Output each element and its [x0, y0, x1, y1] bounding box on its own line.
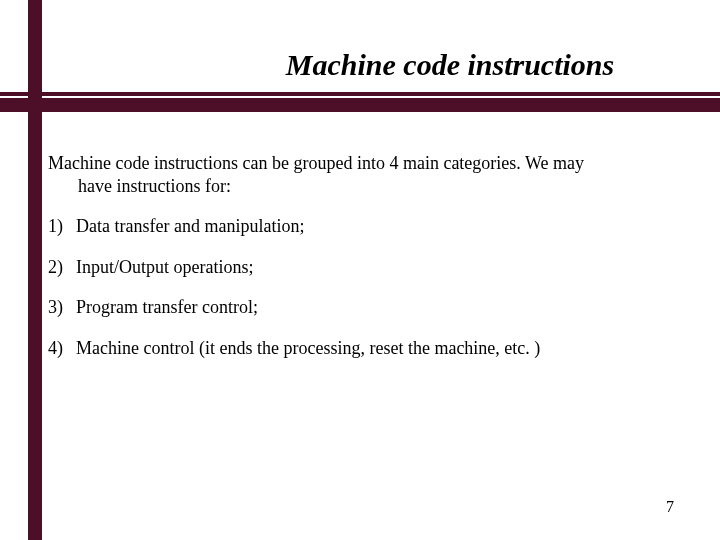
slide: Machine code instructions Machine code i…: [0, 0, 720, 540]
list-item: 3) Program transfer control;: [48, 296, 672, 319]
list-item-text: Input/Output operations;: [76, 256, 253, 279]
list-item-text: Program transfer control;: [76, 296, 258, 319]
intro-line-2: have instructions for:: [48, 175, 672, 198]
list-item: 2) Input/Output operations;: [48, 256, 672, 279]
list-item-number: 3): [48, 296, 76, 319]
category-list: 1) Data transfer and manipulation; 2) In…: [48, 215, 672, 359]
list-item-number: 4): [48, 337, 76, 360]
list-item-number: 2): [48, 256, 76, 279]
slide-body: Machine code instructions can be grouped…: [48, 152, 672, 377]
slide-title: Machine code instructions: [0, 48, 720, 82]
intro-paragraph: Machine code instructions can be grouped…: [48, 152, 672, 197]
list-item-text: Machine control (it ends the processing,…: [76, 337, 540, 360]
horizontal-accent-bar-thin: [0, 92, 720, 96]
page-number: 7: [666, 498, 674, 516]
intro-line-1: Machine code instructions can be grouped…: [48, 153, 584, 173]
list-item-number: 1): [48, 215, 76, 238]
list-item-text: Data transfer and manipulation;: [76, 215, 304, 238]
list-item: 4) Machine control (it ends the processi…: [48, 337, 672, 360]
horizontal-accent-bar-thick: [0, 98, 720, 112]
list-item: 1) Data transfer and manipulation;: [48, 215, 672, 238]
